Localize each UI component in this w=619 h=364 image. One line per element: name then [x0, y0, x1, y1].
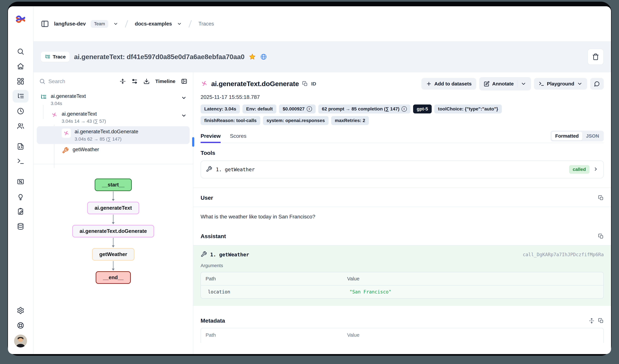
playground-button[interactable]: Playground — [534, 78, 587, 90]
info-icon[interactable]: i — [402, 106, 407, 112]
collapse-panel-button[interactable] — [181, 78, 187, 84]
tool-definition-row[interactable]: 1. getWeather called — [201, 161, 604, 178]
terminal-icon — [17, 158, 24, 165]
section-divider — [193, 207, 611, 207]
sidebar-item-users[interactable] — [13, 120, 28, 132]
metric-badge: maxRetries: 2 — [331, 116, 369, 125]
search-icon — [39, 78, 45, 84]
breadcrumb-project[interactable]: docs-examples — [135, 21, 172, 27]
copy-icon — [302, 81, 308, 87]
graph-node-getweather[interactable]: getWeather — [92, 248, 134, 261]
chevron-down-icon[interactable] — [177, 21, 182, 26]
sidebar-item-insights[interactable] — [13, 190, 28, 203]
tree-row-dogenerate-selected[interactable]: ai.generateText.doGenerate 3.04s 62 → 85… — [37, 126, 190, 144]
sidebar-item-settings[interactable] — [13, 304, 28, 317]
sidebar-item-prompts[interactable] — [13, 140, 28, 153]
argument-value: "San Francisco" — [350, 289, 599, 295]
button-divider — [517, 80, 517, 87]
graph-node-dogenerate[interactable]: ai.generateText.doGenerate — [72, 225, 154, 238]
arguments-col-path: Path — [206, 276, 347, 282]
tool-call-section: 1. getWeather call_DgKARp7a7IhJPDczfifMp… — [193, 245, 611, 306]
star-bookmark-icon[interactable] — [249, 53, 256, 60]
tree-search-input[interactable]: Search — [39, 78, 114, 84]
collapse-node-chevron[interactable] — [181, 111, 187, 119]
annotate-button[interactable]: Annotate — [479, 77, 531, 90]
copy-metadata-button[interactable] — [598, 318, 604, 324]
comments-button[interactable] — [590, 78, 604, 90]
sidebar-item-traces[interactable] — [13, 90, 28, 103]
breadcrumb-org[interactable]: langfuse-dev — [54, 21, 86, 27]
graph-node-start[interactable]: __start__ — [95, 178, 132, 191]
chevron-down-icon[interactable] — [113, 21, 118, 26]
expand-metadata-button[interactable] — [589, 318, 594, 324]
wrench-icon — [62, 147, 69, 154]
trace-tree-icon — [40, 94, 47, 101]
timeline-toggle[interactable]: Timeline — [155, 79, 175, 84]
download-icon — [143, 78, 150, 84]
view-settings-button[interactable] — [131, 78, 138, 84]
sidebar-item-home[interactable] — [13, 60, 28, 73]
chevron-down-icon — [521, 81, 526, 87]
format-option-formatted[interactable]: Formatted — [551, 132, 582, 140]
format-toggle: Formatted JSON — [550, 131, 604, 141]
public-globe-icon[interactable] — [260, 53, 267, 60]
sidebar-item-playground[interactable] — [13, 155, 28, 168]
info-icon[interactable]: i — [307, 106, 312, 112]
tool-called-badge: called — [569, 165, 590, 174]
graph-node-generatetext[interactable]: ai.generateText — [87, 202, 139, 214]
metadata-col-value: Value — [347, 332, 599, 338]
copy-assistant-content-button[interactable] — [598, 233, 604, 239]
panel-close-icon — [181, 78, 187, 84]
format-option-json[interactable]: JSON — [582, 132, 603, 140]
tree-row-tool[interactable]: getWeather — [59, 144, 190, 156]
copy-user-content-button[interactable] — [598, 195, 604, 201]
metric-badge: Env: default — [242, 105, 276, 113]
arguments-table: Path Value location "San Francisco" — [201, 272, 604, 298]
agent-graph: __start__ ai.generateText ai.generateTex… — [33, 164, 193, 354]
metadata-table: Path Value — [201, 328, 604, 343]
tab-preview[interactable]: Preview — [201, 133, 221, 143]
graph-edge-arrow — [110, 214, 116, 225]
sidebar-item-datasets[interactable] — [13, 220, 28, 233]
sidebar-item-annotation[interactable] — [13, 205, 28, 218]
observation-badges: Latency: 3.04sEnv: default$0.000927i62 p… — [201, 105, 549, 125]
collapse-all-button[interactable] — [120, 78, 126, 84]
trace-tree-panel: Search Timeline — [33, 72, 193, 354]
user-section-heading: User — [201, 195, 604, 201]
tree-toolbar: Search Timeline — [33, 72, 193, 88]
collapse-node-chevron[interactable] — [181, 93, 187, 101]
trace-tree-icon — [45, 54, 50, 60]
sidebar-item-dashboards[interactable] — [13, 75, 28, 88]
sidebar-item-support[interactable] — [13, 319, 28, 332]
terminal-icon — [539, 81, 544, 87]
clipboard-pen-icon — [17, 208, 24, 215]
add-to-datasets-button[interactable]: Add to datasets — [422, 78, 476, 90]
breadcrumb-section[interactable]: Traces — [198, 21, 214, 27]
chevron-right-icon[interactable] — [593, 166, 598, 172]
trace-tree-icon — [17, 92, 24, 100]
sidebar-item-evaluation[interactable] — [13, 175, 28, 188]
metric-badge: system: openai.responses — [263, 116, 329, 125]
panel-toggle-icon[interactable] — [41, 20, 49, 28]
langfuse-logo-icon — [15, 15, 26, 24]
panel-resize-handle[interactable] — [192, 137, 194, 147]
argument-path: location — [206, 289, 350, 295]
generation-icon — [201, 80, 208, 88]
wrench-icon — [201, 251, 207, 258]
delete-trace-button[interactable] — [588, 49, 604, 65]
tree-row-trace[interactable]: ai.generateText 3.04s — [37, 91, 190, 108]
arguments-col-value: Value — [347, 276, 599, 282]
sliders-icon — [131, 78, 138, 84]
unfold-vertical-icon — [589, 318, 594, 324]
assistant-section-heading: Assistant — [201, 233, 604, 240]
user-avatar[interactable] — [14, 335, 27, 348]
sidebar-item-sessions[interactable] — [13, 105, 28, 117]
sidebar-item-search[interactable] — [13, 45, 28, 58]
tree-row-generation[interactable]: ai.generateText 3.04s 14 → 43 (∑ 57) — [48, 108, 190, 126]
tab-scores[interactable]: Scores — [230, 133, 247, 143]
metadata-col-path: Path — [206, 332, 347, 338]
graph-node-end[interactable]: __end__ — [96, 271, 131, 284]
copy-id-button[interactable] — [302, 81, 308, 87]
search-icon — [17, 48, 24, 55]
download-button[interactable] — [143, 78, 150, 84]
